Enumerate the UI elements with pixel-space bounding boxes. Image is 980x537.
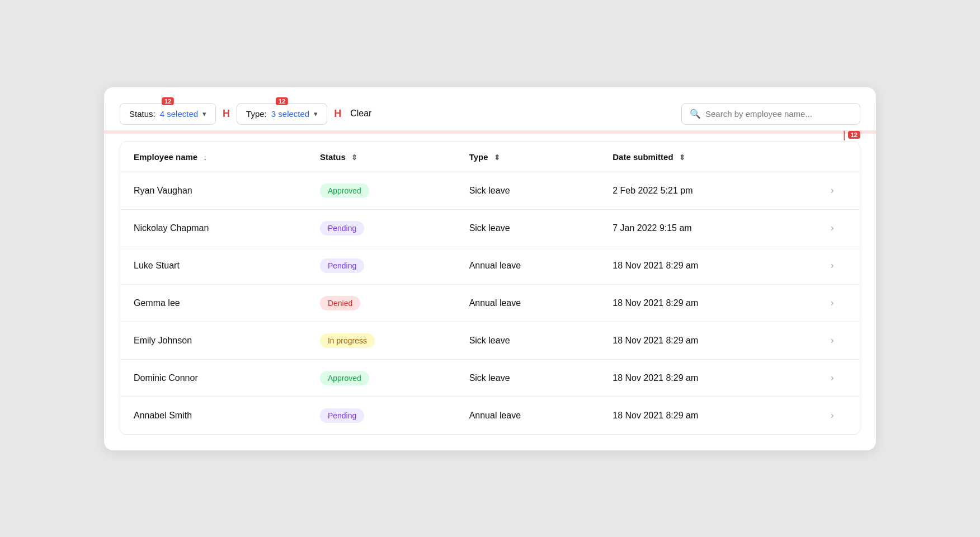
table-row: Luke Stuart Pending Annual leave 18 Nov … (120, 247, 860, 284)
table-row: Annabel Smith Pending Annual leave 18 No… (120, 397, 860, 434)
main-card: 12 Status: 4 selected ▾ H 12 Type: 3 sel… (104, 87, 876, 450)
status-badge-cell: Pending (320, 408, 364, 423)
cell-date: 18 Nov 2021 8:29 am (599, 359, 804, 397)
status-badge-cell: Approved (320, 371, 369, 385)
search-icon: 🔍 (690, 109, 701, 119)
type-badge: 12 (276, 97, 288, 105)
cell-date: 18 Nov 2021 8:29 am (599, 397, 804, 434)
type-filter-label: Type: (246, 109, 267, 119)
cell-date: 2 Feb 2022 5:21 pm (599, 172, 804, 209)
cell-status: Pending (307, 209, 456, 247)
cell-date: 18 Nov 2021 8:29 am (599, 322, 804, 359)
cell-date: 7 Jan 2022 9:15 am (599, 209, 804, 247)
cell-name: Dominic Connor (120, 359, 307, 397)
col-header-action (804, 142, 860, 172)
type-filter-wrapper: 12 Type: 3 selected ▾ (237, 103, 327, 125)
table-row: Ryan Vaughan Approved Sick leave 2 Feb 2… (120, 172, 860, 209)
cell-action[interactable]: › (804, 322, 860, 359)
status-badge-cell: Pending (320, 258, 364, 273)
status-badge-cell: Pending (320, 221, 364, 235)
row-chevron-icon[interactable]: › (831, 335, 834, 346)
status-badge-cell: Approved (320, 183, 369, 198)
cell-type: Annual leave (456, 247, 600, 284)
col-header-status: Status ⇕ (307, 142, 456, 172)
status-badge: 12 (162, 97, 174, 105)
sort-icon-status[interactable]: ⇕ (351, 153, 357, 162)
cell-status: Pending (307, 247, 456, 284)
table-row: Emily Johnson In progress Sick leave 18 … (120, 322, 860, 359)
search-input[interactable] (705, 109, 852, 119)
cell-date: 18 Nov 2021 8:29 am (599, 284, 804, 322)
row-chevron-icon[interactable]: › (831, 222, 834, 233)
type-selected-count: 3 selected (271, 109, 309, 119)
table-row: Nickolay Chapman Pending Sick leave 7 Ja… (120, 209, 860, 247)
cell-type: Sick leave (456, 322, 600, 359)
cell-status: Denied (307, 284, 456, 322)
cell-action[interactable]: › (804, 247, 860, 284)
cell-name: Gemma lee (120, 284, 307, 322)
sort-icon-date[interactable]: ⇕ (679, 153, 685, 162)
cell-action[interactable]: › (804, 284, 860, 322)
toolbar: 12 Status: 4 selected ▾ H 12 Type: 3 sel… (120, 103, 860, 125)
clear-button[interactable]: Clear (348, 104, 374, 123)
h-separator-2: H (334, 108, 341, 120)
type-chevron-icon: ▾ (314, 110, 318, 118)
cell-status: Approved (307, 359, 456, 397)
status-filter-wrapper: 12 Status: 4 selected ▾ (120, 103, 216, 125)
search-wrapper: 🔍 (681, 103, 860, 125)
cell-action[interactable]: › (804, 397, 860, 434)
cell-name: Luke Stuart (120, 247, 307, 284)
row-chevron-icon[interactable]: › (831, 409, 834, 421)
col-header-name: Employee name ↓ (120, 142, 307, 172)
cell-name: Emily Johnson (120, 322, 307, 359)
leave-table: Employee name ↓ Status ⇕ Type ⇕ Date sub… (120, 142, 860, 434)
row-chevron-icon[interactable]: › (831, 260, 834, 271)
col-header-date: Date submitted ⇕ (599, 142, 804, 172)
cell-name: Annabel Smith (120, 397, 307, 434)
type-filter-button[interactable]: Type: 3 selected ▾ (237, 103, 327, 125)
cell-type: Annual leave (456, 397, 600, 434)
h-separator-1: H (223, 108, 230, 120)
status-badge-cell: In progress (320, 333, 375, 348)
cell-type: Sick leave (456, 359, 600, 397)
filter-cursor-area: | 12 (843, 129, 860, 141)
sort-icon-name[interactable]: ↓ (203, 153, 207, 162)
table-row: Gemma lee Denied Annual leave 18 Nov 202… (120, 284, 860, 322)
row-chevron-icon[interactable]: › (831, 185, 834, 196)
col-header-type: Type ⇕ (456, 142, 600, 172)
status-chevron-icon: ▾ (202, 110, 206, 118)
table-row: Dominic Connor Approved Sick leave 18 No… (120, 359, 860, 397)
cell-name: Ryan Vaughan (120, 172, 307, 209)
cell-status: Pending (307, 397, 456, 434)
cell-date: 18 Nov 2021 8:29 am (599, 247, 804, 284)
cursor-icon: | (843, 129, 846, 141)
status-filter-button[interactable]: Status: 4 selected ▾ (120, 103, 216, 125)
status-filter-label: Status: (129, 109, 156, 119)
status-badge-cell: Denied (320, 296, 360, 310)
row-chevron-icon[interactable]: › (831, 297, 834, 308)
cell-action[interactable]: › (804, 359, 860, 397)
filter-bar-badge: 12 (848, 131, 860, 139)
sort-icon-type[interactable]: ⇕ (494, 153, 500, 162)
cell-type: Sick leave (456, 209, 600, 247)
cell-status: Approved (307, 172, 456, 209)
cell-action[interactable]: › (804, 209, 860, 247)
table-container: Employee name ↓ Status ⇕ Type ⇕ Date sub… (120, 142, 860, 435)
cell-status: In progress (307, 322, 456, 359)
cell-name: Nickolay Chapman (120, 209, 307, 247)
cell-type: Sick leave (456, 172, 600, 209)
status-selected-count: 4 selected (160, 109, 198, 119)
table-header-row: Employee name ↓ Status ⇕ Type ⇕ Date sub… (120, 142, 860, 172)
row-chevron-icon[interactable]: › (831, 372, 834, 383)
cell-action[interactable]: › (804, 172, 860, 209)
cell-type: Annual leave (456, 284, 600, 322)
filter-highlight-bar: | 12 (104, 130, 876, 134)
